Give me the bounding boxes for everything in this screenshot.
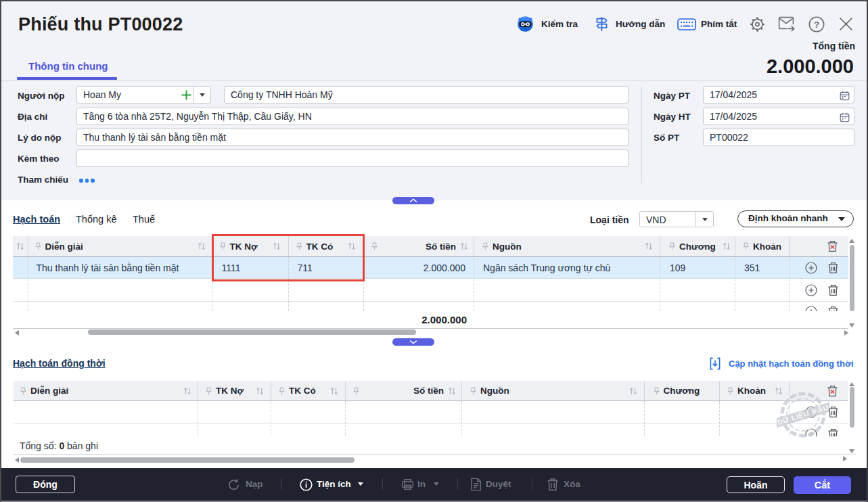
svg-text:?: ? [814, 20, 819, 30]
